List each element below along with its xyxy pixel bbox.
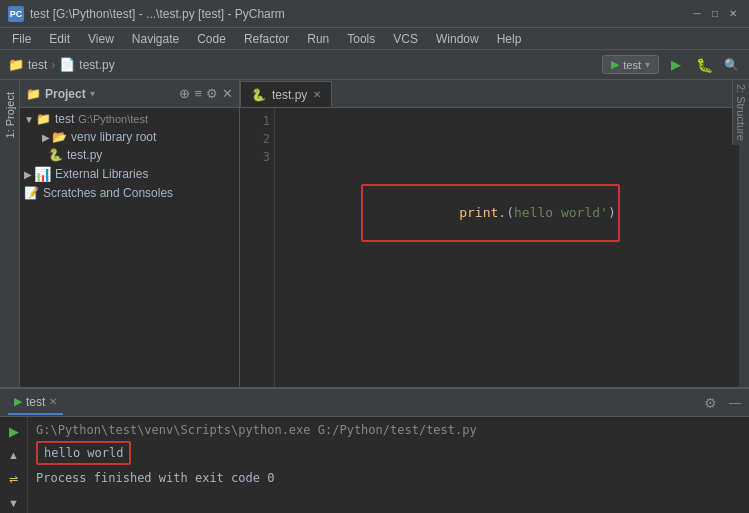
run-tab-close[interactable]: ✕ [49, 396, 57, 407]
run-config-icon: ▶ [611, 58, 619, 71]
project-title: Project [45, 87, 86, 101]
tab-file-icon: 🐍 [251, 88, 266, 102]
tree-item-external[interactable]: ▶ 📊 External Libraries [20, 164, 239, 184]
left-side-tabs: 1: Project [0, 80, 20, 387]
code-line-2 [283, 130, 731, 148]
tab-name: test.py [272, 88, 307, 102]
structure-side-tab[interactable]: 2: Structure [732, 80, 749, 145]
tree-arrow-external: ▶ [24, 169, 32, 180]
menu-run[interactable]: Run [299, 30, 337, 48]
scratches-label: Scratches and Consoles [43, 186, 173, 200]
bottom-dash-icon[interactable]: — [729, 396, 741, 410]
close-paren: ) [608, 205, 616, 220]
code-editor[interactable]: print.(hello world') [275, 108, 739, 387]
menu-tools[interactable]: Tools [339, 30, 383, 48]
tree-item-scratches[interactable]: 📝 Scratches and Consoles [20, 184, 239, 202]
breadcrumb-file[interactable]: test.py [79, 58, 114, 72]
run-tab[interactable]: ▶ test ✕ [8, 391, 63, 415]
menu-navigate[interactable]: Navigate [124, 30, 187, 48]
menu-window[interactable]: Window [428, 30, 487, 48]
project-actions: ⊕ ≡ ⚙ ✕ [179, 86, 233, 101]
menu-code[interactable]: Code [189, 30, 234, 48]
project-header: 📁 Project ▾ ⊕ ≡ ⚙ ✕ [20, 80, 239, 108]
project-panel: 📁 Project ▾ ⊕ ≡ ⚙ ✕ ▼ 📁 test G:\Python\t… [20, 80, 240, 387]
menu-file[interactable]: File [4, 30, 39, 48]
string-value: hello world' [514, 205, 608, 220]
breadcrumb: 📁 test › 📄 test.py [8, 57, 115, 72]
menu-bar: File Edit View Navigate Code Refactor Ru… [0, 28, 749, 50]
venv-label: venv library root [71, 130, 156, 144]
external-label: External Libraries [55, 167, 148, 181]
editor-tab-testpy[interactable]: 🐍 test.py ✕ [240, 81, 332, 107]
menu-view[interactable]: View [80, 30, 122, 48]
run-command: G:\Python\test\venv\Scripts\python.exe G… [36, 421, 741, 439]
line-num-3: 3 [240, 148, 270, 166]
editor-content: 1 2 3 print.(hello world') [240, 108, 749, 387]
tree-arrow-venv: ▶ [42, 132, 50, 143]
code-line-1 [283, 112, 731, 130]
minimize-button[interactable]: ─ [689, 6, 705, 22]
project-collapse-icon[interactable]: ≡ [194, 86, 202, 101]
title-bar: PC test [G:\Python\test] - ...\test.py [… [0, 0, 749, 28]
menu-refactor[interactable]: Refactor [236, 30, 297, 48]
project-close-icon[interactable]: ✕ [222, 86, 233, 101]
rerun-button[interactable]: ▶ [4, 421, 24, 441]
editor-scrollbar[interactable] [739, 108, 749, 387]
search-button[interactable]: 🔍 [721, 55, 741, 75]
toolbar: 📁 test › 📄 test.py ▶ test ▾ ▶ 🐛 🔍 [0, 50, 749, 80]
tree-item-root[interactable]: ▼ 📁 test G:\Python\test [20, 110, 239, 128]
testpy-label: test.py [67, 148, 102, 162]
wrap-button[interactable]: ⇌ [4, 469, 24, 489]
run-output: ▶ ▲ ⇌ ▼ 📌 G:\Python\test\venv\Scripts\py… [0, 417, 749, 513]
window-title: test [G:\Python\test] - ...\test.py [tes… [30, 7, 689, 21]
tree-item-testpy[interactable]: 🐍 test.py [20, 146, 239, 164]
run-config-name: test [623, 59, 641, 71]
run-hello-output: hello world [36, 441, 741, 469]
run-button[interactable]: ▶ [665, 54, 687, 76]
run-sidebar: ▶ ▲ ⇌ ▼ 📌 [0, 417, 28, 513]
debug-button[interactable]: 🐛 [693, 54, 715, 76]
print-keyword: print [459, 205, 498, 220]
run-config-dropdown-icon[interactable]: ▾ [645, 59, 650, 70]
file-icon: 📄 [59, 57, 75, 72]
scroll-down-button[interactable]: ▼ [4, 493, 24, 513]
breadcrumb-project[interactable]: test [28, 58, 47, 72]
print-statement-box: print.(hello world') [361, 184, 619, 242]
menu-help[interactable]: Help [489, 30, 530, 48]
close-button[interactable]: ✕ [725, 6, 741, 22]
project-tree: ▼ 📁 test G:\Python\test ▶ 📂 venv library… [20, 108, 239, 387]
app-icon: PC [8, 6, 24, 22]
project-dropdown-icon[interactable]: ▾ [90, 88, 95, 99]
editor-tabs: 🐍 test.py ✕ [240, 80, 749, 108]
scroll-up-button[interactable]: ▲ [4, 445, 24, 465]
scratches-icon: 📝 [24, 186, 39, 200]
tab-close-icon[interactable]: ✕ [313, 89, 321, 100]
run-exit-message: Process finished with exit code 0 [36, 469, 741, 487]
venv-icon: 📂 [52, 130, 67, 144]
project-settings-icon[interactable]: ⚙ [206, 86, 218, 101]
main-area: 1: Project 📁 Project ▾ ⊕ ≡ ⚙ ✕ ▼ 📁 test … [0, 80, 749, 387]
menu-edit[interactable]: Edit [41, 30, 78, 48]
folder-icon: 📁 [8, 57, 24, 72]
run-text-area: G:\Python\test\venv\Scripts\python.exe G… [28, 417, 749, 513]
menu-vcs[interactable]: VCS [385, 30, 426, 48]
tree-item-venv[interactable]: ▶ 📂 venv library root [20, 128, 239, 146]
tree-arrow-root: ▼ [24, 114, 34, 125]
print-dot: . [498, 205, 506, 220]
line-num-1: 1 [240, 112, 270, 130]
project-folder-icon: 📁 [26, 87, 41, 101]
editor-area: 🐍 test.py ✕ 1 2 3 print.(hello world') [240, 80, 749, 387]
run-configuration[interactable]: ▶ test ▾ [602, 55, 659, 74]
bottom-gear-icon[interactable]: ⚙ [704, 395, 717, 411]
line-num-2: 2 [240, 130, 270, 148]
project-side-tab[interactable]: 1: Project [2, 84, 18, 146]
bottom-tabs: ▶ test ✕ ⚙ — [0, 389, 749, 417]
maximize-button[interactable]: □ [707, 6, 723, 22]
open-paren: ( [506, 205, 514, 220]
project-locate-icon[interactable]: ⊕ [179, 86, 190, 101]
run-tab-icon: ▶ [14, 395, 22, 408]
root-name: test [55, 112, 74, 126]
root-folder-icon: 📁 [36, 112, 51, 126]
run-tab-label: test [26, 395, 45, 409]
file-py-icon: 🐍 [48, 148, 63, 162]
